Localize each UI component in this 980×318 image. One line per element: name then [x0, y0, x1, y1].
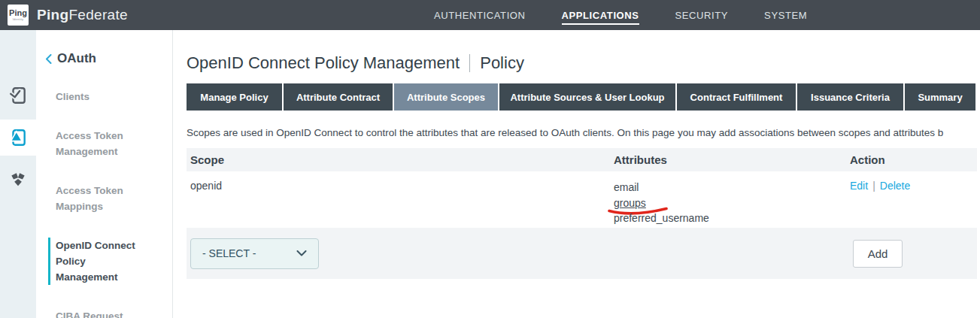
tab-bar: Manage Policy Attribute Contract Attribu…	[187, 83, 977, 111]
delete-link[interactable]: Delete	[880, 180, 910, 192]
page-title-secondary: Policy	[480, 53, 524, 73]
add-button[interactable]: Add	[853, 240, 903, 268]
logo-text: Ping	[9, 9, 27, 17]
sidebar-item[interactable]: Access Token Mappings	[56, 183, 147, 214]
app-title-bold: Ping	[37, 7, 68, 23]
table-column-header: Scope	[187, 153, 614, 166]
ping-identity-logo: Ping Identity	[8, 5, 29, 26]
sidebar-item[interactable]: Access Token Management	[56, 128, 147, 159]
product-icon-strip	[0, 30, 36, 318]
scope-select[interactable]: - SELECT -	[190, 238, 319, 269]
title-divider	[469, 54, 470, 72]
table-column-header: Action	[850, 153, 977, 166]
chevron-down-icon	[296, 250, 307, 256]
main-content: OpenID Connect Policy Management Policy …	[173, 30, 980, 318]
attribute-value: preferred_username	[614, 210, 709, 226]
tab[interactable]: Manage Policy	[187, 83, 282, 111]
applications-icon[interactable]	[0, 120, 36, 156]
top-bar: Ping Identity PingFederate AUTHENTICATIO…	[0, 0, 980, 30]
tab[interactable]: Attribute Scopes	[394, 83, 498, 111]
sidebar-section-title: OAuth	[57, 51, 96, 66]
app-title: PingFederate	[37, 7, 128, 23]
tab[interactable]: Attribute Contract	[284, 83, 393, 111]
actions-cell: Edit|Delete	[850, 180, 977, 228]
table-row: openid email groups	[187, 171, 977, 228]
top-nav-item[interactable]: SECURITY	[675, 10, 729, 21]
add-scope-row: - SELECT - Add	[187, 228, 977, 279]
table-header-row: Scope Attributes Action	[187, 148, 977, 171]
top-nav-item[interactable]: APPLICATIONS	[562, 6, 639, 25]
page-title-primary: OpenID Connect Policy Management	[187, 53, 460, 73]
sidebar-item[interactable]: OpenID Connect Policy Management	[48, 238, 140, 285]
chevron-left-icon	[45, 54, 52, 64]
sidebar: OAuth Clients Access Token Management Ac…	[36, 30, 173, 318]
attributes-cell: email groups	[614, 180, 850, 228]
top-nav: AUTHENTICATION APPLICATIONS SECURITY SYS…	[434, 0, 807, 30]
top-nav-item[interactable]: SYSTEM	[764, 10, 807, 21]
scopes-table: Scope Attributes Action openid email	[187, 148, 977, 279]
tab[interactable]: Issuance Criteria	[797, 83, 903, 111]
security-icon[interactable]	[0, 162, 36, 198]
sidebar-item[interactable]: CIBA Request Policies	[56, 308, 147, 318]
sidebar-back-link[interactable]: OAuth	[45, 51, 172, 66]
tab[interactable]: Attribute Sources & User Lookup	[499, 83, 675, 111]
table-column-header: Attributes	[614, 153, 850, 166]
app-title-rest: Federate	[68, 7, 127, 23]
tab[interactable]: Summary	[905, 83, 975, 111]
tab[interactable]: Contract Fulfillment	[677, 83, 796, 111]
top-nav-item[interactable]: AUTHENTICATION	[434, 10, 526, 21]
authentication-icon[interactable]	[0, 77, 36, 114]
action-separator: |	[872, 180, 875, 192]
scope-select-value: - SELECT -	[202, 247, 256, 259]
logo-subtext: Identity	[13, 17, 24, 21]
sidebar-item[interactable]: Clients	[56, 89, 147, 104]
sidebar-menu: Clients Access Token Management Access T…	[36, 89, 172, 318]
page-description: Scopes are used in OpenID Connect to con…	[187, 127, 977, 138]
attribute-value: email	[614, 180, 639, 195]
scope-cell: openid	[187, 180, 614, 228]
attribute-value: groups	[614, 195, 646, 211]
edit-link[interactable]: Edit	[850, 180, 868, 192]
page-title: OpenID Connect Policy Management Policy	[187, 53, 977, 73]
